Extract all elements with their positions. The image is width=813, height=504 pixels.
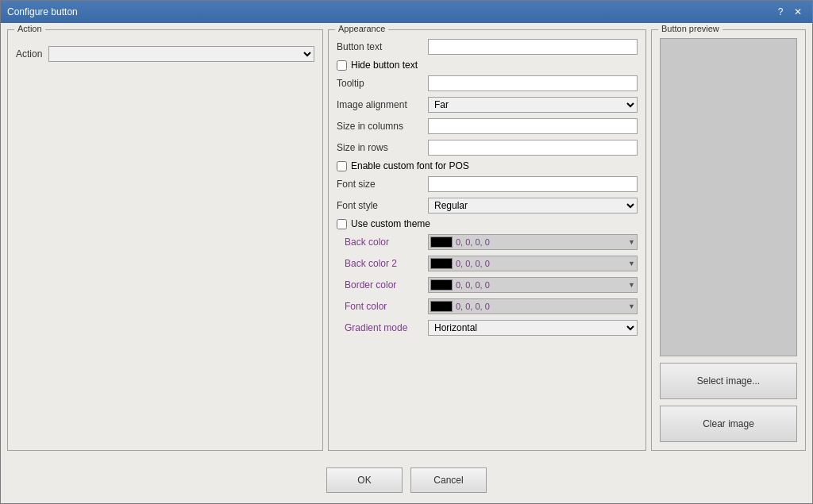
- size-rows-row: Size in rows 1: [337, 139, 638, 156]
- border-color-select[interactable]: 0, 0, 0, 0 ▼: [428, 277, 638, 293]
- use-custom-theme-row: Use custom theme: [337, 218, 638, 229]
- button-preview-area: [660, 38, 797, 356]
- font-style-row: Font style Regular Bold Italic Bold Ital…: [337, 197, 638, 214]
- font-color-row: Font color 0, 0, 0, 0 ▼: [337, 298, 638, 315]
- font-color-wrapper: 0, 0, 0, 0 ▼: [428, 298, 638, 314]
- font-color-select[interactable]: 0, 0, 0, 0 ▼: [428, 298, 638, 314]
- close-button[interactable]: ✕: [790, 5, 806, 19]
- size-columns-label: Size in columns: [337, 121, 428, 132]
- appearance-panel: Appearance Button text Hide button text …: [328, 29, 646, 451]
- enable-custom-font-checkbox[interactable]: [337, 161, 347, 171]
- border-color-row: Border color 0, 0, 0, 0 ▼: [337, 276, 638, 294]
- back-color2-wrapper: 0, 0, 0, 0 ▼: [428, 256, 638, 271]
- use-custom-theme-checkbox[interactable]: [337, 219, 347, 229]
- font-style-select[interactable]: Regular Bold Italic Bold Italic: [428, 198, 638, 214]
- hide-button-text-label: Hide button text: [351, 60, 418, 71]
- back-color-swatch: [430, 237, 453, 248]
- back-color-select[interactable]: 0, 0, 0, 0 ▼: [428, 234, 638, 250]
- back-color-value: 0, 0, 0, 0: [456, 237, 625, 247]
- back-color-label: Back color: [337, 237, 428, 248]
- size-columns-row: Size in columns 1: [337, 117, 638, 135]
- font-size-label: Font size: [337, 179, 428, 190]
- button-preview-panel: Button preview Select image... Clear ima…: [651, 29, 806, 451]
- border-color-arrow-icon: ▼: [628, 281, 635, 289]
- font-color-value: 0, 0, 0, 0: [456, 302, 625, 311]
- use-custom-theme-label: Use custom theme: [351, 218, 430, 229]
- back-color2-value: 0, 0, 0, 0: [456, 259, 625, 268]
- border-color-wrapper: 0, 0, 0, 0 ▼: [428, 277, 638, 293]
- size-rows-label: Size in rows: [337, 142, 428, 153]
- title-bar: Configure button ? ✕: [1, 1, 812, 23]
- font-color-label: Font color: [337, 301, 428, 312]
- image-alignment-select[interactable]: Far Near Center: [428, 97, 638, 113]
- font-color-swatch: [430, 301, 453, 312]
- gradient-mode-row: Gradient mode Horizontal Vertical None: [337, 319, 638, 337]
- hide-button-text-checkbox[interactable]: [337, 60, 347, 71]
- gradient-mode-label: Gradient mode: [337, 322, 428, 333]
- back-color-arrow-icon: ▼: [628, 238, 635, 246]
- font-size-input[interactable]: 12: [428, 176, 638, 192]
- back-color2-arrow-icon: ▼: [628, 260, 635, 267]
- action-panel-label: Action: [14, 24, 45, 33]
- cancel-button[interactable]: Cancel: [410, 467, 487, 493]
- back-color-wrapper: 0, 0, 0, 0 ▼: [428, 234, 638, 250]
- tooltip-row: Tooltip: [337, 75, 638, 92]
- appearance-panel-label: Appearance: [335, 24, 388, 33]
- action-field-label: Action: [16, 48, 42, 60]
- image-alignment-row: Image alignment Far Near Center: [337, 96, 638, 113]
- dialog-footer: OK Cancel: [1, 457, 812, 503]
- font-color-arrow-icon: ▼: [628, 302, 635, 310]
- back-color2-label: Back color 2: [337, 258, 428, 269]
- tooltip-label: Tooltip: [337, 78, 428, 89]
- back-color-row: Back color 0, 0, 0, 0 ▼: [337, 233, 638, 251]
- ok-button[interactable]: OK: [326, 467, 403, 493]
- back-color2-swatch: [430, 258, 453, 269]
- button-text-input[interactable]: [428, 39, 638, 55]
- border-color-value: 0, 0, 0, 0: [456, 280, 625, 290]
- back-color2-select[interactable]: 0, 0, 0, 0 ▼: [428, 256, 638, 271]
- clear-image-button[interactable]: Clear image: [660, 406, 797, 442]
- enable-custom-font-row: Enable custom font for POS: [337, 160, 638, 171]
- button-preview-label: Button preview: [658, 24, 722, 33]
- button-text-label: Button text: [337, 41, 428, 52]
- size-columns-input[interactable]: 1: [428, 118, 638, 134]
- font-size-row: Font size 12: [337, 175, 638, 193]
- border-color-swatch: [430, 279, 453, 290]
- font-style-label: Font style: [337, 200, 428, 211]
- tooltip-input[interactable]: [428, 75, 638, 91]
- action-select[interactable]: [48, 46, 314, 62]
- dialog-title: Configure button: [7, 6, 78, 17]
- size-rows-input[interactable]: 1: [428, 140, 638, 156]
- select-image-button[interactable]: Select image...: [660, 363, 797, 399]
- button-text-row: Button text: [337, 38, 638, 56]
- enable-custom-font-label: Enable custom font for POS: [351, 160, 469, 171]
- title-bar-buttons: ? ✕: [773, 5, 806, 19]
- hide-button-text-row: Hide button text: [337, 60, 638, 71]
- image-alignment-label: Image alignment: [337, 99, 428, 110]
- gradient-mode-select[interactable]: Horizontal Vertical None: [428, 320, 638, 336]
- help-button[interactable]: ?: [773, 5, 788, 19]
- back-color2-row: Back color 2 0, 0, 0, 0 ▼: [337, 255, 638, 272]
- border-color-label: Border color: [337, 279, 428, 290]
- action-panel: Action Action: [7, 29, 323, 451]
